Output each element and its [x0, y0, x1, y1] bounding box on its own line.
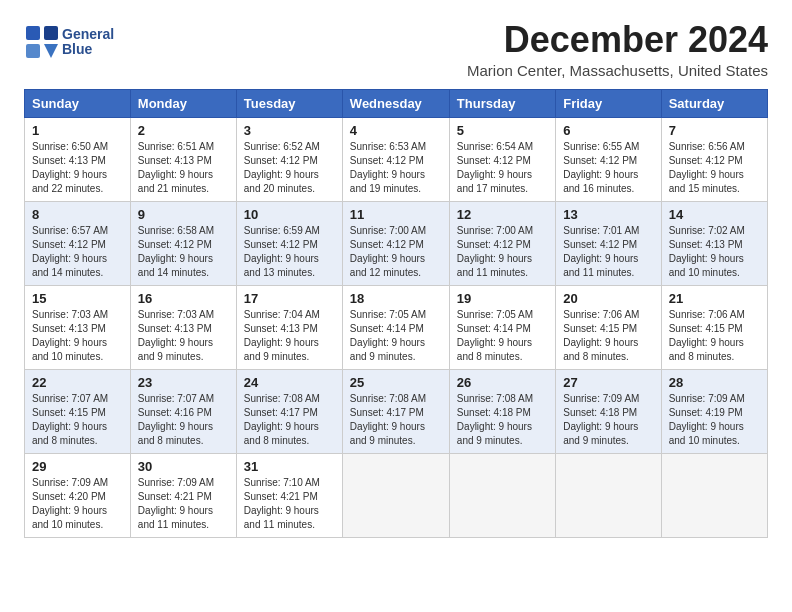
svg-rect-1: [44, 26, 58, 40]
day-number: 31: [244, 459, 335, 474]
day-detail: Sunrise: 7:08 AMSunset: 4:17 PMDaylight:…: [244, 393, 320, 446]
weekday-header-row: SundayMondayTuesdayWednesdayThursdayFrid…: [25, 89, 768, 117]
svg-marker-3: [44, 44, 58, 58]
calendar-cell: 19 Sunrise: 7:05 AMSunset: 4:14 PMDaylig…: [449, 285, 555, 369]
day-detail: Sunrise: 6:52 AMSunset: 4:12 PMDaylight:…: [244, 141, 320, 194]
day-detail: Sunrise: 7:02 AMSunset: 4:13 PMDaylight:…: [669, 225, 745, 278]
calendar-table: SundayMondayTuesdayWednesdayThursdayFrid…: [24, 89, 768, 538]
day-detail: Sunrise: 7:08 AMSunset: 4:18 PMDaylight:…: [457, 393, 533, 446]
calendar-cell: 11 Sunrise: 7:00 AMSunset: 4:12 PMDaylig…: [342, 201, 449, 285]
day-detail: Sunrise: 6:55 AMSunset: 4:12 PMDaylight:…: [563, 141, 639, 194]
calendar-cell: 18 Sunrise: 7:05 AMSunset: 4:14 PMDaylig…: [342, 285, 449, 369]
calendar-cell: [342, 453, 449, 537]
day-detail: Sunrise: 7:01 AMSunset: 4:12 PMDaylight:…: [563, 225, 639, 278]
calendar-cell: 8 Sunrise: 6:57 AMSunset: 4:12 PMDayligh…: [25, 201, 131, 285]
day-detail: Sunrise: 7:09 AMSunset: 4:20 PMDaylight:…: [32, 477, 108, 530]
day-number: 11: [350, 207, 442, 222]
day-detail: Sunrise: 6:57 AMSunset: 4:12 PMDaylight:…: [32, 225, 108, 278]
day-number: 25: [350, 375, 442, 390]
logo-text-line1: General: [62, 27, 114, 42]
calendar-cell: 28 Sunrise: 7:09 AMSunset: 4:19 PMDaylig…: [661, 369, 767, 453]
day-number: 5: [457, 123, 548, 138]
calendar-cell: [661, 453, 767, 537]
calendar-cell: 21 Sunrise: 7:06 AMSunset: 4:15 PMDaylig…: [661, 285, 767, 369]
day-detail: Sunrise: 6:50 AMSunset: 4:13 PMDaylight:…: [32, 141, 108, 194]
day-detail: Sunrise: 6:51 AMSunset: 4:13 PMDaylight:…: [138, 141, 214, 194]
calendar-cell: [556, 453, 661, 537]
day-number: 17: [244, 291, 335, 306]
day-number: 29: [32, 459, 123, 474]
calendar-cell: 29 Sunrise: 7:09 AMSunset: 4:20 PMDaylig…: [25, 453, 131, 537]
weekday-header-wednesday: Wednesday: [342, 89, 449, 117]
calendar-cell: 31 Sunrise: 7:10 AMSunset: 4:21 PMDaylig…: [236, 453, 342, 537]
day-detail: Sunrise: 7:00 AMSunset: 4:12 PMDaylight:…: [350, 225, 426, 278]
calendar-cell: 16 Sunrise: 7:03 AMSunset: 4:13 PMDaylig…: [130, 285, 236, 369]
day-detail: Sunrise: 6:56 AMSunset: 4:12 PMDaylight:…: [669, 141, 745, 194]
day-number: 30: [138, 459, 229, 474]
weekday-header-friday: Friday: [556, 89, 661, 117]
day-detail: Sunrise: 7:03 AMSunset: 4:13 PMDaylight:…: [32, 309, 108, 362]
day-detail: Sunrise: 7:05 AMSunset: 4:14 PMDaylight:…: [457, 309, 533, 362]
day-number: 3: [244, 123, 335, 138]
day-number: 20: [563, 291, 653, 306]
day-detail: Sunrise: 7:09 AMSunset: 4:19 PMDaylight:…: [669, 393, 745, 446]
day-detail: Sunrise: 7:07 AMSunset: 4:16 PMDaylight:…: [138, 393, 214, 446]
day-number: 10: [244, 207, 335, 222]
calendar-cell: 10 Sunrise: 6:59 AMSunset: 4:12 PMDaylig…: [236, 201, 342, 285]
month-title: December 2024: [467, 20, 768, 60]
calendar-cell: 2 Sunrise: 6:51 AMSunset: 4:13 PMDayligh…: [130, 117, 236, 201]
day-number: 6: [563, 123, 653, 138]
logo: General Blue: [24, 24, 114, 60]
day-detail: Sunrise: 7:04 AMSunset: 4:13 PMDaylight:…: [244, 309, 320, 362]
day-detail: Sunrise: 7:09 AMSunset: 4:21 PMDaylight:…: [138, 477, 214, 530]
weekday-header-tuesday: Tuesday: [236, 89, 342, 117]
logo-text-line2: Blue: [62, 42, 114, 57]
weekday-header-sunday: Sunday: [25, 89, 131, 117]
calendar-cell: [449, 453, 555, 537]
calendar-cell: 3 Sunrise: 6:52 AMSunset: 4:12 PMDayligh…: [236, 117, 342, 201]
day-detail: Sunrise: 6:54 AMSunset: 4:12 PMDaylight:…: [457, 141, 533, 194]
day-number: 19: [457, 291, 548, 306]
day-number: 26: [457, 375, 548, 390]
day-detail: Sunrise: 7:06 AMSunset: 4:15 PMDaylight:…: [563, 309, 639, 362]
day-detail: Sunrise: 7:09 AMSunset: 4:18 PMDaylight:…: [563, 393, 639, 446]
svg-rect-2: [26, 44, 40, 58]
day-number: 27: [563, 375, 653, 390]
calendar-cell: 9 Sunrise: 6:58 AMSunset: 4:12 PMDayligh…: [130, 201, 236, 285]
calendar-cell: 1 Sunrise: 6:50 AMSunset: 4:13 PMDayligh…: [25, 117, 131, 201]
calendar-cell: 12 Sunrise: 7:00 AMSunset: 4:12 PMDaylig…: [449, 201, 555, 285]
calendar-week-5: 29 Sunrise: 7:09 AMSunset: 4:20 PMDaylig…: [25, 453, 768, 537]
day-detail: Sunrise: 7:05 AMSunset: 4:14 PMDaylight:…: [350, 309, 426, 362]
day-detail: Sunrise: 6:53 AMSunset: 4:12 PMDaylight:…: [350, 141, 426, 194]
day-detail: Sunrise: 7:03 AMSunset: 4:13 PMDaylight:…: [138, 309, 214, 362]
day-number: 2: [138, 123, 229, 138]
day-number: 7: [669, 123, 760, 138]
day-number: 28: [669, 375, 760, 390]
title-block: December 2024 Marion Center, Massachuset…: [467, 20, 768, 79]
day-number: 14: [669, 207, 760, 222]
weekday-header-monday: Monday: [130, 89, 236, 117]
day-number: 24: [244, 375, 335, 390]
calendar-week-4: 22 Sunrise: 7:07 AMSunset: 4:15 PMDaylig…: [25, 369, 768, 453]
day-detail: Sunrise: 7:10 AMSunset: 4:21 PMDaylight:…: [244, 477, 320, 530]
day-number: 9: [138, 207, 229, 222]
day-number: 18: [350, 291, 442, 306]
day-detail: Sunrise: 7:00 AMSunset: 4:12 PMDaylight:…: [457, 225, 533, 278]
calendar-cell: 5 Sunrise: 6:54 AMSunset: 4:12 PMDayligh…: [449, 117, 555, 201]
calendar-cell: 30 Sunrise: 7:09 AMSunset: 4:21 PMDaylig…: [130, 453, 236, 537]
calendar-cell: 15 Sunrise: 7:03 AMSunset: 4:13 PMDaylig…: [25, 285, 131, 369]
day-detail: Sunrise: 7:07 AMSunset: 4:15 PMDaylight:…: [32, 393, 108, 446]
calendar-cell: 20 Sunrise: 7:06 AMSunset: 4:15 PMDaylig…: [556, 285, 661, 369]
calendar-cell: 17 Sunrise: 7:04 AMSunset: 4:13 PMDaylig…: [236, 285, 342, 369]
day-detail: Sunrise: 7:06 AMSunset: 4:15 PMDaylight:…: [669, 309, 745, 362]
svg-rect-0: [26, 26, 40, 40]
calendar-week-3: 15 Sunrise: 7:03 AMSunset: 4:13 PMDaylig…: [25, 285, 768, 369]
day-detail: Sunrise: 6:59 AMSunset: 4:12 PMDaylight:…: [244, 225, 320, 278]
calendar-cell: 23 Sunrise: 7:07 AMSunset: 4:16 PMDaylig…: [130, 369, 236, 453]
day-number: 8: [32, 207, 123, 222]
day-number: 4: [350, 123, 442, 138]
weekday-header-thursday: Thursday: [449, 89, 555, 117]
day-number: 22: [32, 375, 123, 390]
calendar-cell: 24 Sunrise: 7:08 AMSunset: 4:17 PMDaylig…: [236, 369, 342, 453]
day-number: 23: [138, 375, 229, 390]
